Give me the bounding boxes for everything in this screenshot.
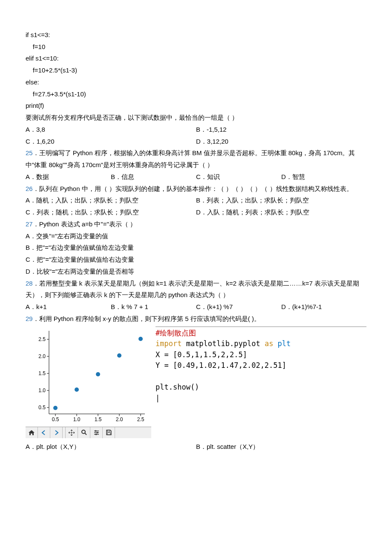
option-b: B．列表；入队；出队；求队长；判队空 xyxy=(196,194,366,206)
x-tick: 1.5 xyxy=(95,416,102,422)
option-d: D．比较"="左右两边变量的值是否相等 xyxy=(26,266,366,278)
y-tick: 0.5 xyxy=(38,405,46,410)
svg-rect-19 xyxy=(97,432,98,433)
question-number: 26 xyxy=(26,185,33,192)
question-26-options: A．随机；入队；出队；求队长；判队空 B．列表；入队；出队；求队长；判队空 C．… xyxy=(26,194,366,218)
code-line: f=10 xyxy=(26,43,45,50)
y-tick: 2.5 xyxy=(38,336,46,342)
code-text: matplotlib.pyplot xyxy=(182,339,264,348)
option-b: B．-1,5,12 xyxy=(196,124,366,136)
code-line: else: xyxy=(26,78,39,86)
y-tick: 1.0 xyxy=(38,387,46,393)
question-text: ．王明编写了 Python 程序，根据输入的体重和身高计算 BM 值并显示是否超… xyxy=(26,149,355,168)
code-text: plt xyxy=(273,339,291,348)
question-text: ．Python 表达式 a=b 中"="表示（ ） xyxy=(33,220,136,228)
code-comment: #绘制散点图 xyxy=(156,329,196,337)
code-block-q24: if s1<=3: f=10 elif s1<=10: f=10+2.5*(s1… xyxy=(26,17,366,112)
question-25-options: A．数据 B．信息 C．知识 D．智慧 xyxy=(26,171,366,183)
option-a: A．数据 xyxy=(26,171,111,183)
y-tick: 1.5 xyxy=(38,370,46,376)
code-line: if s1<=3: xyxy=(26,31,50,38)
config-icon[interactable] xyxy=(90,427,103,438)
option-c: C．(k+1) %7 xyxy=(196,301,281,313)
option-d: D．3,12,20 xyxy=(196,136,366,147)
data-point xyxy=(53,406,58,410)
chart-svg: 0.5 1.0 1.5 2.0 2.5 0.5 1.0 1.5 2.0 xyxy=(26,327,151,427)
option-c: C．知识 xyxy=(196,171,281,183)
option-a: A．交换"="左右两边变量的值 xyxy=(26,230,366,242)
question-29: 29．利用 Python 程序绘制 x-y 的散点图，则下列程序第 5 行应该填… xyxy=(26,313,366,325)
data-point xyxy=(138,337,143,341)
y-tick: 2.0 xyxy=(38,353,46,359)
code-line: f=10+2.5*(s1-3) xyxy=(26,66,77,74)
question-26: 26．队列在 Python 中，用（ ）实现队列的创建，队列的基本操作：（ ）（… xyxy=(26,183,366,195)
x-tick: 2.5 xyxy=(137,416,144,422)
option-b: B．k % 7 + 1 xyxy=(111,301,196,313)
option-b: B．plt. scatter（X,Y） xyxy=(196,441,366,453)
option-a: A．plt. plot（X,Y） xyxy=(26,441,196,453)
question-number: 27 xyxy=(26,220,33,228)
matplotlib-toolbar xyxy=(26,427,151,438)
option-d: D．入队；随机；列表；求队长；判队空 xyxy=(196,206,366,218)
question-number: 25 xyxy=(26,149,33,156)
option-d: D．智慧 xyxy=(281,171,366,183)
option-b: B．信息 xyxy=(111,171,196,183)
back-icon[interactable] xyxy=(38,427,50,438)
question-text: ．若用整型变量 k 表示某天是星期几（例如 k=1 表示该天是星期一、k=2 表… xyxy=(26,280,359,299)
home-icon[interactable] xyxy=(26,427,38,438)
question-27-options: A．交换"="左右两边变量的值 B．把"="右边变量的值赋值给左边变量 C．把"… xyxy=(26,230,366,278)
x-tick: 1.0 xyxy=(73,416,81,422)
option-b: B．把"="右边变量的值赋值给左边变量 xyxy=(26,242,366,254)
move-icon[interactable] xyxy=(66,427,78,438)
option-c: C．列表；随机；出队；求队长；判队空 xyxy=(26,206,196,218)
svg-rect-20 xyxy=(95,434,97,435)
question-25: 25．王明编写了 Python 程序，根据输入的体重和身高计算 BM 值并显示是… xyxy=(26,147,366,171)
option-d: D．(k+1)%7-1 xyxy=(281,301,366,313)
code-line: X = [0.5,1,1.5,2,2.5] xyxy=(156,350,247,359)
code-cursor: | xyxy=(156,394,160,402)
python-code-block: #绘制散点图 import matplotlib.pyplot as plt X… xyxy=(156,327,366,438)
zoom-icon[interactable] xyxy=(78,427,90,438)
question-text: ．利用 Python 程序绘制 x-y 的散点图，则下列程序第 5 行应该填写的… xyxy=(33,315,260,322)
code-line: elif s1<=10: xyxy=(26,55,59,62)
question-27: 27．Python 表达式 a=b 中"="表示（ ） xyxy=(26,218,366,230)
question-28: 28．若用整型变量 k 表示某天是星期几（例如 k=1 表示该天是星期一、k=2… xyxy=(26,278,366,301)
scatter-chart: 0.5 1.0 1.5 2.0 2.5 0.5 1.0 1.5 2.0 xyxy=(26,327,151,438)
x-tick: 0.5 xyxy=(52,416,59,422)
svg-rect-18 xyxy=(95,430,96,431)
code-line: f=27.5+3.5*(s1-10) xyxy=(26,90,86,98)
svg-line-14 xyxy=(85,433,86,435)
question-28-options: A．k+1 B．k % 7 + 1 C．(k+1) %7 D．(k+1)%7-1 xyxy=(26,301,366,313)
data-point xyxy=(75,387,79,392)
question-number: 28 xyxy=(26,280,33,287)
data-point xyxy=(117,353,121,358)
code-keyword: as xyxy=(265,339,273,348)
x-tick: 2.0 xyxy=(116,416,123,422)
question-24-options: A．3,8 B．-1,5,12 C．1,6,20 D．3,12,20 xyxy=(26,124,366,147)
option-c: C．1,6,20 xyxy=(26,136,196,147)
option-a: A．随机；入队；出队；求队长；判队空 xyxy=(26,194,196,206)
svg-point-13 xyxy=(82,430,85,434)
option-c: C．把"="左边变量的值赋值给右边变量 xyxy=(26,254,366,266)
code-keyword: import xyxy=(156,339,182,348)
question-text: ．队列在 Python 中，用（ ）实现队列的创建，队列的基本操作：（ ）（ ）… xyxy=(33,185,353,192)
question-number: 29 xyxy=(26,315,33,322)
option-a: A．3,8 xyxy=(26,124,196,136)
toolbar-spacer xyxy=(63,427,66,438)
question-24-tail: 要测试所有分支程序代码是否正确，以下测试数据中，最恰当的一组是（ ） xyxy=(26,112,366,124)
save-icon[interactable] xyxy=(103,427,115,438)
option-a: A．k+1 xyxy=(26,301,111,313)
question-29-options: A．plt. plot（X,Y） B．plt. scatter（X,Y） xyxy=(26,441,366,453)
code-line: plt.show() xyxy=(156,383,199,391)
data-point xyxy=(96,372,100,376)
code-line: Y = [0.49,1.02,1.47,2.02,2.51] xyxy=(156,361,286,370)
forward-icon[interactable] xyxy=(50,427,63,438)
code-line: print(f) xyxy=(26,102,44,109)
